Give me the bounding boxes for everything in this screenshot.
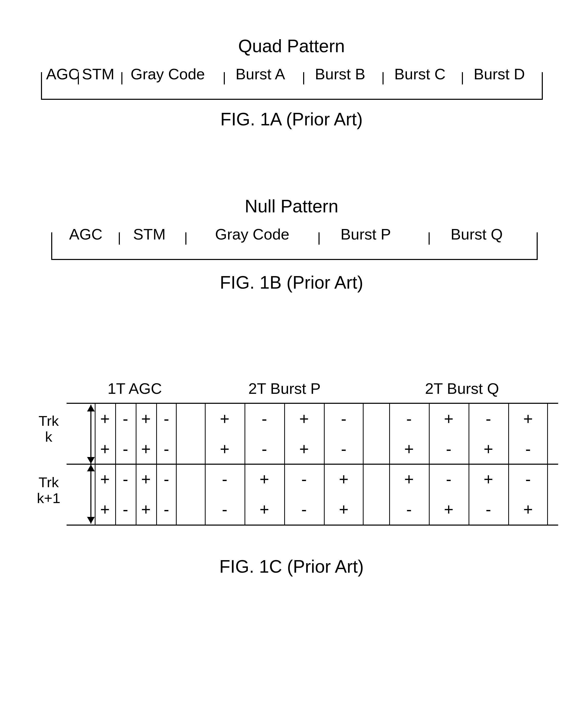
bq-r0c2: - [468, 404, 508, 437]
fig1c-header-burstq: 2T Burst Q [425, 380, 499, 397]
fig1b-field-agc: AGC [69, 226, 102, 243]
fig1b-labels-row: AGC STM Gray Code Burst P Burst Q [51, 224, 538, 244]
track-k-top: Trk [39, 413, 59, 429]
bq-r2c2: + [468, 464, 508, 494]
fig1b-div-2 [185, 232, 186, 244]
bp-r2c0: - [205, 464, 245, 497]
fig1a-div-5 [382, 72, 384, 84]
agc-r2c1: - [115, 464, 136, 497]
agc-r2c0: + [95, 464, 115, 494]
fig1b-div-right [537, 232, 538, 244]
bq-r3c3: + [508, 494, 548, 525]
bp-r0c3: - [324, 404, 363, 437]
agc-r0c1: - [115, 404, 136, 437]
fig1b-div-left [51, 232, 52, 244]
fig1c-track-k1-label: Trk k+1 [31, 474, 67, 506]
track-k1-top: Trk [39, 474, 59, 490]
fig1a-div-right [542, 72, 543, 84]
fig1b-field-burstp: Burst P [340, 226, 391, 243]
fig1a-div-left [41, 72, 42, 84]
agc-r1c1: - [115, 434, 136, 467]
bp-r2c2: - [284, 464, 324, 497]
fig1c-header-agc: 1T AGC [107, 380, 162, 397]
bp-r3c0: - [205, 494, 245, 528]
bp-r3c1: + [245, 494, 284, 525]
bp-r3c3: + [324, 494, 363, 525]
fig1b-div-1 [119, 232, 120, 244]
bp-r2c3: + [324, 464, 363, 494]
bp-r1c2: + [284, 434, 324, 464]
agc-r2c3: - [156, 464, 177, 497]
bq-r0c1: + [429, 404, 468, 434]
bp-r2c1: + [245, 464, 284, 494]
page: Quad Pattern AGC STM Gray Code Burst A B… [0, 0, 583, 728]
fig1b-div-3 [319, 232, 320, 244]
fig1a-field-stm: STM [82, 65, 115, 83]
bp-r1c3: - [324, 434, 363, 467]
bq-r3c0: - [389, 494, 429, 528]
track-k1-bot: k+1 [37, 490, 60, 506]
fig1c-block-burstq: - + - + + - + - + - + - - + - + [389, 404, 548, 525]
bq-r1c0: + [389, 434, 429, 464]
fig1a-labels-row: AGC STM Gray Code Burst A Burst B Burst … [41, 64, 543, 84]
bq-r2c3: - [508, 464, 548, 497]
fig1a-div-1 [78, 72, 79, 84]
bq-r2c0: + [389, 464, 429, 494]
fig1a-caption: FIG. 1A (Prior Art) [31, 109, 552, 129]
fig1b-field-burstq: Burst Q [451, 226, 503, 243]
fig1a-div-2 [121, 72, 122, 84]
agc-r1c3: - [156, 434, 177, 467]
fig1a-field-graycode: Gray Code [131, 65, 205, 83]
figure-1a: Quad Pattern AGC STM Gray Code Burst A B… [31, 36, 552, 129]
fig1c-caption: FIG. 1C (Prior Art) [31, 556, 552, 577]
fig1a-field-burstb: Burst B [315, 65, 365, 83]
fig1a-div-4 [303, 72, 304, 84]
fig1a-field-burstc: Burst C [394, 65, 446, 83]
track-k-bot: k [45, 428, 52, 445]
bq-r1c1: - [429, 434, 468, 467]
bp-r0c2: + [284, 404, 324, 434]
bq-r0c3: + [508, 404, 548, 434]
fig1a-field-agc: AGC [46, 65, 79, 83]
fig1b-strip [51, 244, 538, 260]
figure-1c: 1T AGC 2T Burst P 2T Burst Q Trk k Trk k… [31, 380, 552, 577]
fig1c-header-burstp: 2T Burst P [248, 380, 321, 397]
bq-r3c2: - [468, 494, 508, 528]
bp-r3c2: - [284, 494, 324, 528]
fig1c-block-agc: + - + - + - + - + - + - + - + - [95, 404, 177, 525]
bq-r1c3: - [508, 434, 548, 467]
agc-r3c2: + [136, 494, 156, 525]
agc-r1c2: + [136, 434, 156, 464]
fig1b-field-stm: STM [133, 226, 166, 243]
bq-r3c1: + [429, 494, 468, 525]
agc-r0c2: + [136, 404, 156, 434]
fig1a-title: Quad Pattern [31, 36, 552, 56]
bq-r0c0: - [389, 404, 429, 437]
fig1b-title: Null Pattern [31, 196, 552, 216]
fig1b-field-graycode: Gray Code [215, 226, 289, 243]
fig1b-div-4 [429, 232, 430, 244]
agc-r3c0: + [95, 494, 115, 525]
bp-r1c0: + [205, 434, 245, 464]
agc-r3c3: - [156, 494, 177, 528]
fig1c-headers: 1T AGC 2T Burst P 2T Burst Q [31, 380, 552, 403]
agc-r0c0: + [95, 404, 115, 434]
fig1a-div-3 [224, 72, 225, 84]
fig1c-block-burstp: + - + - + - + - - + - + - + - + [205, 404, 363, 525]
fig1c-track-k-label: Trk k [31, 413, 67, 444]
bp-r1c1: - [245, 434, 284, 467]
fig1c-body: Trk k Trk k+1 [31, 403, 552, 526]
bq-r2c1: - [429, 464, 468, 497]
fig1a-strip [41, 84, 543, 100]
bp-r0c1: - [245, 404, 284, 437]
agc-r3c1: - [115, 494, 136, 528]
bp-r0c0: + [205, 404, 245, 434]
figure-1b: Null Pattern AGC STM Gray Code Burst P B… [31, 196, 552, 293]
bq-r1c2: + [468, 434, 508, 464]
dim-arrow-trk-k [87, 405, 95, 464]
agc-r1c0: + [95, 434, 115, 464]
fig1a-field-burstd: Burst D [474, 65, 525, 83]
fig1b-caption: FIG. 1B (Prior Art) [31, 272, 552, 293]
fig1a-div-6 [462, 72, 463, 84]
agc-r2c2: + [136, 464, 156, 494]
